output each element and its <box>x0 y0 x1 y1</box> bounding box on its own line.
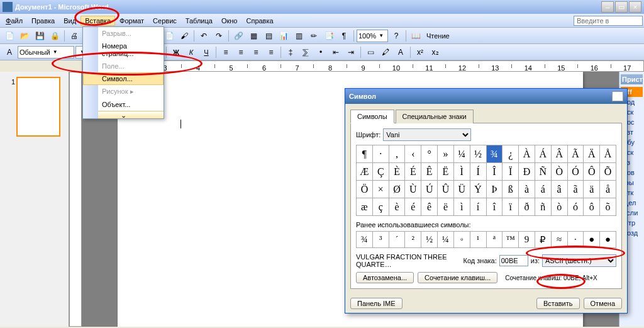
symbol-cell[interactable]: Ò <box>552 163 568 181</box>
symbol-cell[interactable]: ‹ <box>405 145 421 163</box>
menu-help[interactable]: Справка <box>242 16 277 26</box>
symbol-cell[interactable]: Þ <box>487 181 503 198</box>
symbol-cell[interactable]: Ú <box>421 181 438 198</box>
open-icon[interactable]: 📂 <box>18 29 31 43</box>
numbered-list-icon[interactable]: ⅀ <box>299 45 313 59</box>
paste-icon[interactable]: 📄 <box>162 29 176 43</box>
symbol-cell[interactable]: ½ <box>470 145 487 163</box>
menu-item-[interactable]: Объект... <box>83 98 164 111</box>
recent-symbol-cell[interactable]: ≈ <box>552 232 568 248</box>
question-input[interactable] <box>574 16 643 26</box>
symbol-cell[interactable]: à <box>519 181 535 198</box>
symbol-cell[interactable]: » <box>438 145 454 163</box>
recent-symbol-cell[interactable]: · <box>568 232 584 248</box>
minimize-button[interactable]: – <box>601 1 614 13</box>
symbol-cell[interactable]: í <box>470 198 487 216</box>
menu-item-[interactable]: Поле... <box>83 60 164 72</box>
borders-icon[interactable]: ▭ <box>364 45 377 59</box>
menu-table[interactable]: Таблица <box>181 16 217 26</box>
menu-item-[interactable]: Номера страниц... <box>83 40 164 60</box>
subscript-icon[interactable]: x₂ <box>428 45 442 59</box>
symbol-cell[interactable]: è <box>389 198 406 216</box>
recent-symbol-cell[interactable]: ª <box>487 232 503 248</box>
recent-symbol-cell[interactable]: ³ <box>373 232 389 248</box>
menu-item-[interactable]: Рисунок ▸ <box>83 85 164 98</box>
recent-symbol-cell[interactable]: ½ <box>421 232 438 248</box>
drawing-icon[interactable]: ✏ <box>307 29 321 43</box>
symbol-cell[interactable]: î <box>487 198 503 216</box>
horizontal-ruler[interactable]: 1234567891011121314151617 <box>82 60 644 72</box>
align-right-icon[interactable]: ≡ <box>249 45 263 59</box>
columns-icon[interactable]: ▥ <box>292 29 306 43</box>
symbol-cell[interactable]: Ü <box>454 181 470 198</box>
cancel-button[interactable]: Отмена <box>584 298 622 309</box>
menu-window[interactable]: Окно <box>217 16 242 26</box>
insert-table-icon[interactable]: ▤ <box>262 29 275 43</box>
zoom-combo[interactable]: 100%▼ <box>357 30 388 42</box>
symbol-cell[interactable]: ¶ <box>357 145 373 163</box>
symbol-cell[interactable]: ê <box>421 198 438 216</box>
styles-icon[interactable]: A <box>3 45 16 59</box>
dialog-titlebar[interactable]: Символ × <box>345 89 627 104</box>
page-thumbnail[interactable] <box>16 77 60 137</box>
menu-item-[interactable]: Разрыв... <box>83 27 164 40</box>
tab-symbols[interactable]: Символы <box>350 110 394 123</box>
save-icon[interactable]: 💾 <box>33 29 47 43</box>
indent-left-icon[interactable]: ⇤ <box>329 45 343 59</box>
menu-tools[interactable]: Сервис <box>148 16 181 26</box>
symbol-cell[interactable]: · <box>373 145 389 163</box>
line-spacing-icon[interactable]: ‡ <box>284 45 297 59</box>
print-icon[interactable]: 🖨 <box>67 29 81 43</box>
docmap-icon[interactable]: 📑 <box>322 29 336 43</box>
align-center-icon[interactable]: ≡ <box>234 45 248 59</box>
symbol-cell[interactable]: Ó <box>568 163 584 181</box>
symbol-cell[interactable]: ° <box>421 145 438 163</box>
symbol-cell[interactable]: Ì <box>454 163 470 181</box>
symbol-cell[interactable]: Î <box>487 163 503 181</box>
symbol-cell[interactable]: ó <box>568 198 584 216</box>
symbol-cell[interactable]: Ã <box>568 145 584 163</box>
symbol-cell[interactable]: É <box>405 163 421 181</box>
bullet-list-icon[interactable]: • <box>314 45 328 59</box>
symbol-cell[interactable]: Â <box>552 145 568 163</box>
shortcut-button[interactable]: Сочетание клавиш... <box>418 272 497 283</box>
symbol-cell[interactable]: ‚ <box>389 145 406 163</box>
symbol-cell[interactable]: Ç <box>373 163 389 181</box>
font-select[interactable]: Vani <box>383 128 471 141</box>
symbol-cell[interactable]: Ï <box>502 163 519 181</box>
highlight-icon[interactable]: 🖍 <box>379 45 392 59</box>
symbol-cell[interactable]: Æ <box>357 163 373 181</box>
excel-icon[interactable]: 📊 <box>277 29 291 43</box>
superscript-icon[interactable]: x² <box>413 45 427 59</box>
recent-symbol-cell[interactable]: ™ <box>502 232 519 248</box>
tables-borders-icon[interactable]: ▦ <box>247 29 260 43</box>
symbol-cell[interactable]: È <box>389 163 406 181</box>
symbol-cell[interactable]: × <box>373 181 389 198</box>
autocorrect-button[interactable]: Автозамена... <box>356 272 414 283</box>
menu-file[interactable]: Файл <box>1 16 27 26</box>
font-color-icon[interactable]: A <box>394 45 408 59</box>
symbol-cell[interactable]: æ <box>357 198 373 216</box>
symbol-cell[interactable]: Û <box>438 181 454 198</box>
symbol-cell[interactable]: ¿ <box>502 145 519 163</box>
symbol-cell[interactable]: å <box>600 181 616 198</box>
recent-symbol-cell[interactable]: ´ <box>389 232 406 248</box>
symbol-cell[interactable]: ß <box>502 181 519 198</box>
symbol-cell[interactable]: ñ <box>535 198 552 216</box>
recent-symbol-cell[interactable]: ¹ <box>470 232 487 248</box>
menu-item-[interactable]: Символ... <box>83 72 164 85</box>
redo-icon[interactable]: ↷ <box>212 29 226 43</box>
recent-symbol-cell[interactable]: ² <box>405 232 421 248</box>
code-input[interactable] <box>499 255 528 266</box>
undo-icon[interactable]: ↶ <box>197 29 211 43</box>
symbol-cell[interactable]: é <box>405 198 421 216</box>
bold-icon[interactable]: Ж <box>169 45 183 59</box>
dialog-close-button[interactable]: × <box>612 91 623 101</box>
symbol-cell[interactable]: Õ <box>600 163 616 181</box>
hyperlink-icon[interactable]: 🔗 <box>231 29 245 43</box>
symbol-cell[interactable]: ¼ <box>454 145 470 163</box>
symbol-cell[interactable]: Å <box>600 145 616 163</box>
underline-icon[interactable]: Ч <box>199 45 213 59</box>
symbol-cell[interactable]: ä <box>584 181 600 198</box>
symbol-cell[interactable]: ¾ <box>487 145 503 163</box>
